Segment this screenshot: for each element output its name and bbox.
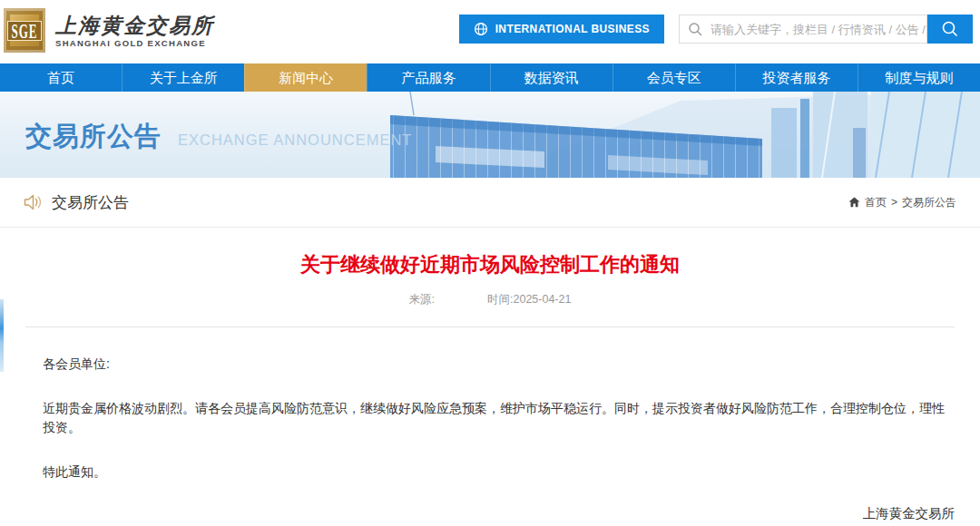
nav-item-data[interactable]: 数据资讯 — [490, 63, 612, 92]
banner-title-cn: 交易所公告 — [25, 119, 162, 155]
main-nav: 首页 关于上金所 新闻中心 产品服务 数据资讯 会员专区 投资者服务 制度与规则 — [0, 63, 980, 92]
search-icon — [688, 22, 703, 37]
international-business-label: INTERNATIONAL BUSINESS — [495, 23, 650, 35]
meta-source-label: 来源: — [409, 293, 435, 306]
sge-seal-icon: SGE — [4, 8, 45, 53]
nav-item-about[interactable]: 关于上金所 — [122, 63, 244, 92]
page-banner: 交易所公告 EXCHANGE ANNOUNCEMENT — [0, 92, 980, 178]
home-icon — [848, 197, 860, 208]
article-title: 关于继续做好近期市场风险控制工作的通知 — [25, 251, 955, 278]
nav-item-investor-services[interactable]: 投资者服务 — [735, 63, 858, 92]
search-bar — [679, 15, 973, 44]
article-closing: 特此通知。 — [43, 463, 955, 482]
nav-item-members[interactable]: 会员专区 — [612, 63, 735, 92]
left-edge-widget — [0, 299, 4, 372]
section-bar: 交易所公告 首页 > 交易所公告 — [0, 178, 980, 228]
search-input[interactable] — [710, 23, 926, 36]
brand-title-en: SHANGHAI GOLD EXCHANGE — [55, 38, 214, 48]
article-signature: 上海黄金交易所 2025年4月21日 — [25, 505, 955, 526]
announcement-article: 关于继续做好近期市场风险控制工作的通知 来源: 时间:2025-04-21 各会… — [0, 251, 980, 526]
globe-icon — [474, 22, 488, 36]
search-submit-icon — [941, 20, 959, 38]
breadcrumb-current[interactable]: 交易所公告 — [902, 195, 956, 210]
meta-time-value: 2025-04-21 — [514, 293, 572, 306]
nav-item-home[interactable]: 首页 — [0, 63, 122, 92]
nav-item-products[interactable]: 产品服务 — [367, 63, 489, 92]
section-title: 交易所公告 — [52, 192, 129, 213]
meta-divider — [25, 326, 955, 327]
building-graphic — [381, 92, 980, 178]
nav-item-news-center[interactable]: 新闻中心 — [244, 63, 367, 92]
site-header: SGE 上海黄金交易所 SHANGHAI GOLD EXCHANGE INTER… — [0, 0, 980, 63]
site-logo[interactable]: SGE 上海黄金交易所 SHANGHAI GOLD EXCHANGE — [4, 8, 214, 53]
breadcrumb-separator: > — [891, 196, 897, 209]
article-body: 近期贵金属价格波动剧烈。请各会员提高风险防范意识，继续做好风险应急预案，维护市场… — [43, 399, 955, 437]
seal-text: SGE — [11, 18, 37, 45]
meta-time-label: 时间: — [487, 293, 513, 306]
breadcrumb-home[interactable]: 首页 — [865, 195, 887, 210]
search-submit-button[interactable] — [927, 15, 973, 44]
breadcrumb: 首页 > 交易所公告 — [848, 195, 956, 210]
signature-org: 上海黄金交易所 — [25, 505, 955, 522]
nav-item-rules[interactable]: 制度与规则 — [858, 63, 980, 92]
announcement-speaker-icon — [24, 194, 43, 210]
brand-title-cn: 上海黄金交易所 — [55, 13, 214, 38]
banner-title-en: EXCHANGE ANNOUNCEMENT — [178, 132, 412, 149]
international-business-button[interactable]: INTERNATIONAL BUSINESS — [459, 15, 664, 44]
article-meta: 来源: 时间:2025-04-21 — [25, 292, 955, 307]
article-salutation: 各会员单位: — [43, 355, 955, 374]
